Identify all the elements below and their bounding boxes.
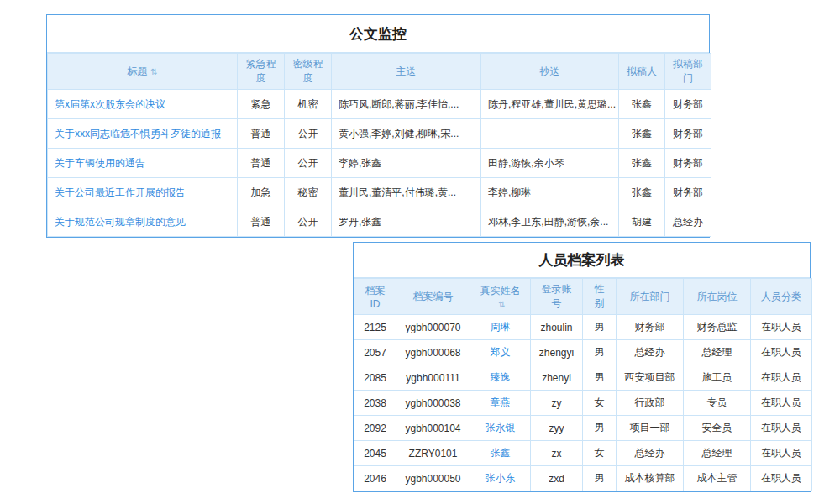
table-row: 关于规范公司规章制度的意见普通公开罗丹,张鑫邓林,李卫东,田静,游恢,余...胡… bbox=[48, 207, 711, 237]
table-cell: 普通 bbox=[238, 149, 285, 178]
table-cell: ZZRY0101 bbox=[396, 441, 470, 466]
link-cell[interactable]: 章燕 bbox=[470, 391, 531, 416]
table-cell: 董川民,董清平,付伟璐,黄... bbox=[332, 178, 481, 207]
table-cell: 成本核算部 bbox=[617, 466, 684, 491]
column-header-label: 抄送 bbox=[540, 66, 560, 77]
link-cell[interactable]: 张鑫 bbox=[470, 441, 531, 466]
table-cell: 安全员 bbox=[684, 416, 751, 441]
column-header: 性别 bbox=[583, 279, 617, 315]
table-cell: 2125 bbox=[354, 315, 396, 340]
column-header: 拟稿部门 bbox=[665, 54, 711, 90]
table-cell: 陈丹,程亚雄,董川民,黄思璐... bbox=[481, 90, 619, 119]
table-cell: ygbh000111 bbox=[396, 365, 470, 391]
table-cell: 施工员 bbox=[684, 365, 751, 391]
column-header-label: 档案编号 bbox=[413, 291, 454, 302]
table-cell: 张鑫 bbox=[619, 90, 665, 119]
table-cell: 财务部 bbox=[665, 90, 711, 119]
table-cell: 罗丹,张鑫 bbox=[332, 207, 481, 237]
table-cell: ygbh000070 bbox=[396, 315, 470, 340]
table-cell: zhenyi bbox=[531, 365, 583, 391]
link-cell[interactable]: 第x届第x次股东会的决议 bbox=[48, 90, 238, 119]
column-header: 密级程度 bbox=[285, 54, 332, 90]
column-header-label: 主送 bbox=[396, 66, 417, 77]
link-cell[interactable]: 关于规范公司规章制度的意见 bbox=[48, 207, 238, 237]
link-cell[interactable]: 关于车辆使用的通告 bbox=[48, 149, 238, 178]
table-cell: 行政部 bbox=[617, 391, 684, 416]
table-cell: 项目一部 bbox=[617, 416, 684, 441]
column-header: 所在部门 bbox=[617, 279, 684, 315]
table-cell: 张鑫 bbox=[619, 149, 665, 178]
link-cell[interactable]: 关于公司最近工作开展的报告 bbox=[48, 178, 238, 207]
table-row: 2092ygbh000104张永银zyy男项目一部安全员在职人员 bbox=[354, 416, 812, 441]
sort-icon[interactable]: ⇅ bbox=[498, 300, 505, 309]
table-row: 2125ygbh000070周琳zhoulin男财务部财务总监在职人员 bbox=[354, 315, 812, 340]
column-header[interactable]: 真实姓名⇅ bbox=[470, 279, 531, 315]
table-cell: 公开 bbox=[285, 149, 332, 178]
link-cell[interactable]: 臻逸 bbox=[470, 365, 531, 391]
table-cell: 财务部 bbox=[665, 178, 711, 207]
table-cell: 胡建 bbox=[619, 207, 665, 237]
table-cell: 2057 bbox=[354, 340, 396, 365]
doc-monitor-title: 公文监控 bbox=[47, 15, 709, 53]
column-header-label: 标题 bbox=[127, 66, 147, 77]
table-cell: 总经办 bbox=[617, 340, 684, 365]
table-cell: zy bbox=[531, 391, 583, 416]
table-row: 2038ygbh000038章燕zy女行政部专员在职人员 bbox=[354, 391, 812, 416]
table-cell: 机密 bbox=[285, 90, 332, 119]
table-cell: 男 bbox=[583, 315, 617, 340]
doc-monitor-panel: 公文监控 标题⇅紧急程度密级程度主送抄送拟稿人拟稿部门 第x届第x次股东会的决议… bbox=[46, 14, 710, 238]
link-cell[interactable]: 关于xxx同志临危不惧勇斗歹徒的通报 bbox=[48, 119, 238, 149]
table-cell: 田静,游恢,余小琴 bbox=[481, 149, 619, 178]
table-cell: 在职人员 bbox=[751, 466, 812, 491]
table-row: 关于公司最近工作开展的报告加急秘密董川民,董清平,付伟璐,黄...李婷,柳琳张鑫… bbox=[48, 178, 711, 207]
table-cell: 李婷,张鑫 bbox=[332, 149, 481, 178]
table-cell: 在职人员 bbox=[751, 315, 812, 340]
table-row: 2085ygbh000111臻逸zhenyi男西安项目部施工员在职人员 bbox=[354, 365, 812, 391]
table-cell: 总经理 bbox=[684, 340, 751, 365]
column-header-label: 拟稿部门 bbox=[673, 58, 703, 84]
table-cell: ygbh000038 bbox=[396, 391, 470, 416]
table-cell: 2045 bbox=[354, 441, 396, 466]
doc-monitor-body: 第x届第x次股东会的决议紧急机密陈巧凤,断郎,蒋丽,李佳怡,...陈丹,程亚雄,… bbox=[48, 90, 711, 237]
column-header-label: 登录账号 bbox=[542, 283, 572, 309]
table-cell: 邓林,李卫东,田静,游恢,余... bbox=[481, 207, 619, 237]
column-header[interactable]: 标题⇅ bbox=[48, 54, 238, 90]
personnel-header-row: 档案ID档案编号真实姓名⇅登录账号性别所在部门所在岗位人员分类 bbox=[354, 279, 812, 315]
column-header: 档案编号 bbox=[396, 279, 470, 315]
link-cell[interactable]: 郑义 bbox=[470, 340, 531, 365]
personnel-list-title: 人员档案列表 bbox=[354, 243, 810, 278]
table-cell: 女 bbox=[583, 441, 617, 466]
column-header: 档案ID bbox=[354, 279, 396, 315]
table-cell bbox=[481, 119, 619, 149]
table-cell: 在职人员 bbox=[751, 416, 812, 441]
table-cell: 黄小强,李婷,刘健,柳琳,宋... bbox=[332, 119, 481, 149]
link-cell[interactable]: 张永银 bbox=[470, 416, 531, 441]
column-header-label: 紧急程度 bbox=[246, 58, 276, 84]
table-row: 第x届第x次股东会的决议紧急机密陈巧凤,断郎,蒋丽,李佳怡,...陈丹,程亚雄,… bbox=[48, 90, 711, 119]
table-cell: 女 bbox=[583, 391, 617, 416]
personnel-list-panel: 人员档案列表 档案ID档案编号真实姓名⇅登录账号性别所在部门所在岗位人员分类 2… bbox=[353, 242, 811, 492]
column-header: 人员分类 bbox=[751, 279, 812, 315]
table-cell: 财务部 bbox=[665, 119, 711, 149]
table-cell: 2092 bbox=[354, 416, 396, 441]
personnel-list-table: 档案ID档案编号真实姓名⇅登录账号性别所在部门所在岗位人员分类 2125ygbh… bbox=[354, 278, 812, 491]
table-cell: 张鑫 bbox=[619, 178, 665, 207]
table-cell: ygbh000068 bbox=[396, 340, 470, 365]
table-cell: ygbh000050 bbox=[396, 466, 470, 491]
table-cell: 男 bbox=[583, 466, 617, 491]
column-header: 抄送 bbox=[481, 54, 619, 90]
sort-icon[interactable]: ⇅ bbox=[150, 67, 157, 76]
table-cell: 在职人员 bbox=[751, 391, 812, 416]
personnel-body: 2125ygbh000070周琳zhoulin男财务部财务总监在职人员2057y… bbox=[354, 315, 812, 491]
table-cell: 财务部 bbox=[617, 315, 684, 340]
table-cell: 陈巧凤,断郎,蒋丽,李佳怡,... bbox=[332, 90, 481, 119]
table-cell: 在职人员 bbox=[751, 340, 812, 365]
table-cell: zxd bbox=[531, 466, 583, 491]
table-cell: 总经办 bbox=[665, 207, 711, 237]
link-cell[interactable]: 周琳 bbox=[470, 315, 531, 340]
column-header: 所在岗位 bbox=[684, 279, 751, 315]
link-cell[interactable]: 张小东 bbox=[470, 466, 531, 491]
table-cell: 男 bbox=[583, 416, 617, 441]
table-cell: 西安项目部 bbox=[617, 365, 684, 391]
column-header-label: 人员分类 bbox=[761, 291, 801, 302]
